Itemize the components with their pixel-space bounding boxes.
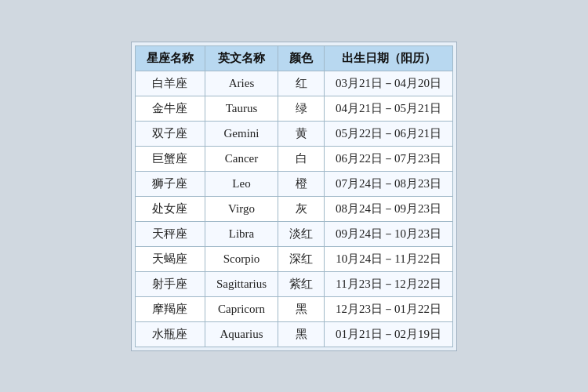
table-row: 处女座Virgo灰08月24日－09月23日 [135,196,452,221]
table-row: 摩羯座Capricorn黑12月23日－01月22日 [135,296,452,321]
table-row: 白羊座Aries红03月21日－04月20日 [135,71,452,96]
cell-r6-c2: 淡红 [278,221,325,246]
cell-r1-c0: 金牛座 [135,96,205,121]
cell-r4-c0: 狮子座 [135,171,205,196]
cell-r4-c3: 07月24日－08月23日 [325,171,453,196]
cell-r3-c2: 白 [278,146,325,171]
cell-r0-c3: 03月21日－04月20日 [325,71,453,96]
cell-r0-c1: Aries [205,71,278,96]
cell-r4-c1: Leo [205,171,278,196]
cell-r5-c2: 灰 [278,196,325,221]
zodiac-table: 星座名称 英文名称 颜色 出生日期（阳历） 白羊座Aries红03月21日－04… [135,45,453,347]
cell-r3-c1: Cancer [205,146,278,171]
cell-r0-c0: 白羊座 [135,71,205,96]
table-row: 水瓶座Aquarius黑01月21日－02月19日 [135,321,452,347]
cell-r4-c2: 橙 [278,171,325,196]
table-row: 狮子座Leo橙07月24日－08月23日 [135,171,452,196]
cell-r5-c0: 处女座 [135,196,205,221]
cell-r1-c2: 绿 [278,96,325,121]
cell-r5-c3: 08月24日－09月23日 [325,196,453,221]
cell-r7-c2: 深红 [278,246,325,271]
cell-r0-c2: 红 [278,71,325,96]
cell-r8-c2: 紫红 [278,271,325,296]
cell-r2-c3: 05月22日－06月21日 [325,121,453,146]
cell-r3-c3: 06月22日－07月23日 [325,146,453,171]
table-row: 金牛座Taurus绿04月21日－05月21日 [135,96,452,121]
table-row: 双子座Gemini黄05月22日－06月21日 [135,121,452,146]
zodiac-table-container: 星座名称 英文名称 颜色 出生日期（阳历） 白羊座Aries红03月21日－04… [131,42,457,351]
cell-r7-c1: Scorpio [205,246,278,271]
cell-r6-c0: 天秤座 [135,221,205,246]
cell-r9-c1: Capricorn [205,296,278,321]
cell-r2-c0: 双子座 [135,121,205,146]
cell-r8-c1: Sagittarius [205,271,278,296]
table-row: 天秤座Libra淡红09月24日－10月23日 [135,221,452,246]
cell-r9-c0: 摩羯座 [135,296,205,321]
col-header-birthday: 出生日期（阳历） [325,45,453,71]
table-row: 巨蟹座Cancer白06月22日－07月23日 [135,146,452,171]
cell-r1-c1: Taurus [205,96,278,121]
cell-r10-c1: Aquarius [205,321,278,347]
cell-r7-c0: 天蝎座 [135,246,205,271]
cell-r6-c3: 09月24日－10月23日 [325,221,453,246]
cell-r8-c0: 射手座 [135,271,205,296]
cell-r5-c1: Virgo [205,196,278,221]
cell-r7-c3: 10月24日－11月22日 [325,246,453,271]
cell-r2-c1: Gemini [205,121,278,146]
cell-r10-c0: 水瓶座 [135,321,205,347]
cell-r9-c2: 黑 [278,296,325,321]
cell-r10-c2: 黑 [278,321,325,347]
cell-r8-c3: 11月23日－12月22日 [325,271,453,296]
cell-r2-c2: 黄 [278,121,325,146]
col-header-english-name: 英文名称 [205,45,278,71]
cell-r6-c1: Libra [205,221,278,246]
cell-r1-c3: 04月21日－05月21日 [325,96,453,121]
cell-r9-c3: 12月23日－01月22日 [325,296,453,321]
cell-r3-c0: 巨蟹座 [135,146,205,171]
table-body: 白羊座Aries红03月21日－04月20日金牛座Taurus绿04月21日－0… [135,71,452,347]
table-header-row: 星座名称 英文名称 颜色 出生日期（阳历） [135,45,452,71]
col-header-color: 颜色 [278,45,325,71]
col-header-chinese-name: 星座名称 [135,45,205,71]
table-row: 天蝎座Scorpio深红10月24日－11月22日 [135,246,452,271]
cell-r10-c3: 01月21日－02月19日 [325,321,453,347]
table-row: 射手座Sagittarius紫红11月23日－12月22日 [135,271,452,296]
